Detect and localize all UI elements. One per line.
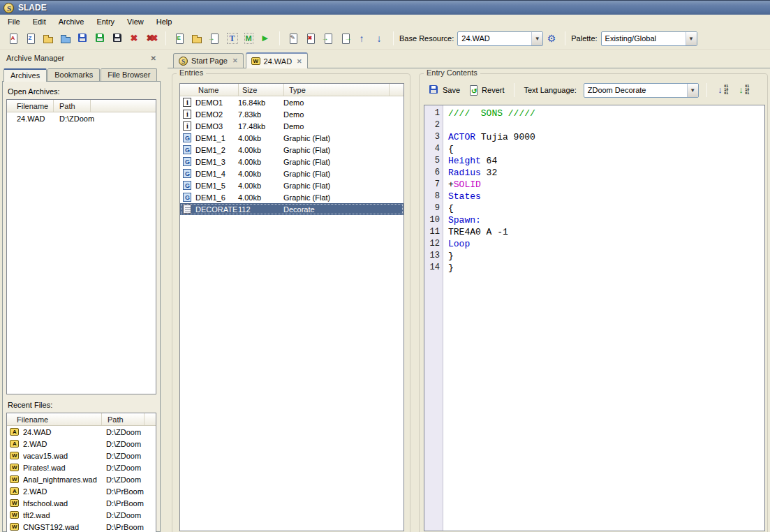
wad-file-icon: [10, 452, 19, 459]
rename-entry-button[interactable]: [285, 31, 301, 47]
column-header-path[interactable]: Path: [54, 100, 91, 112]
close-archive-button[interactable]: [127, 31, 143, 47]
recent-file-row[interactable]: Anal_nightmares.wadD:\ZDoom: [7, 473, 156, 485]
map-editor-button[interactable]: [241, 31, 257, 47]
new-archive-button[interactable]: [5, 31, 21, 47]
entry-row[interactable]: DEM1_24.00kbGraphic (Flat): [180, 144, 403, 156]
archive-filename: 24.WAD: [7, 114, 54, 123]
save-button[interactable]: Save: [427, 83, 462, 97]
import-files-button[interactable]: [206, 31, 222, 47]
open-archive-button[interactable]: [40, 31, 56, 47]
recent-file-row[interactable]: CNGST192.wadD:\PrBoom: [7, 521, 156, 532]
toolbar-separator: [514, 83, 514, 97]
archive-file-icon: [10, 440, 19, 448]
new-directory-button[interactable]: [188, 31, 205, 47]
recent-file-row[interactable]: 2.WADD:\ZDoom: [7, 438, 156, 450]
entry-row[interactable]: DECORATE112Decorate: [180, 203, 403, 215]
menu-file[interactable]: File: [1, 16, 27, 27]
entry-row[interactable]: DEM1_44.00kbGraphic (Flat): [180, 168, 403, 179]
close-tab-icon[interactable]: ✕: [297, 58, 302, 65]
open-archives-list-header: FilenamePath: [7, 100, 156, 112]
column-header-path[interactable]: Path: [102, 413, 145, 425]
column-header-name[interactable]: Name: [180, 84, 239, 96]
palette-value: Existing/Global: [602, 34, 686, 43]
open-directory-button[interactable]: [57, 31, 73, 47]
base-resource-dropdown[interactable]: 24.WAD ▼: [457, 31, 543, 46]
import-entry-button[interactable]: [320, 31, 336, 47]
recent-file-row[interactable]: tft2.wadD:\ZDoom: [7, 509, 156, 521]
base-resource-value: 24.WAD: [458, 34, 531, 43]
code-text: States: [443, 191, 481, 202]
move-down-button[interactable]: [372, 31, 388, 47]
move-up-button[interactable]: [355, 31, 371, 47]
entry-row[interactable]: DEMO317.48kbDemo: [180, 120, 403, 132]
entry-type: Graphic (Flat): [283, 170, 403, 178]
save-all-button[interactable]: [110, 31, 126, 47]
recent-file-row[interactable]: hfschool.wadD:\PrBoom: [7, 497, 156, 509]
tab-start-page[interactable]: Start Page✕: [173, 53, 244, 68]
toolbar-separator: [393, 31, 394, 45]
menu-archive[interactable]: Archive: [52, 16, 91, 27]
save-archive-as-button[interactable]: [92, 31, 108, 47]
run-archive-button[interactable]: [258, 31, 274, 47]
entry-contents-title: Entry Contents: [424, 68, 480, 77]
wad-file-icon: [10, 499, 19, 507]
base-resource-settings-button[interactable]: [544, 31, 560, 47]
entry-size: 4.00kb: [238, 134, 283, 142]
entry-row[interactable]: DEM1_14.00kbGraphic (Flat): [180, 132, 403, 144]
close-tab-icon[interactable]: ✕: [232, 57, 238, 64]
new-entry-button[interactable]: [171, 31, 187, 47]
binary-jump-green-button[interactable]: [736, 82, 753, 98]
palette-dropdown[interactable]: Existing/Global ▼: [601, 31, 697, 46]
recent-filename: 24.WAD: [23, 428, 106, 436]
code-text: [443, 119, 448, 131]
new-zip-archive-button[interactable]: [22, 31, 38, 47]
menu-help[interactable]: Help: [150, 16, 179, 27]
recent-path: D:\PrBoom: [106, 499, 144, 508]
close-panel-icon[interactable]: ✕: [151, 54, 156, 62]
code-text: {: [443, 143, 454, 155]
close-all-icon: [147, 33, 158, 44]
column-header-type[interactable]: Type: [284, 84, 390, 96]
tab-file-browser[interactable]: File Browser: [101, 68, 157, 81]
menu-bar: FileEditArchiveEntryViewHelp: [0, 15, 770, 28]
recent-file-row[interactable]: Pirates!.wadD:\ZDoom: [7, 461, 156, 473]
recent-file-row[interactable]: vacav15.wadD:\ZDoom: [7, 450, 156, 461]
texture-editor-button[interactable]: [223, 31, 239, 47]
recent-file-row[interactable]: 2.WADD:\PrBoom: [7, 485, 156, 497]
entry-row[interactable]: DEM1_54.00kbGraphic (Flat): [180, 179, 403, 191]
entry-row[interactable]: DEMO27.83kbDemo: [180, 108, 403, 120]
entry-row[interactable]: DEM1_64.00kbGraphic (Flat): [180, 191, 403, 203]
entry-name: DEM1_5: [195, 182, 238, 190]
close-all-button[interactable]: [145, 31, 161, 47]
delete-entry-button[interactable]: [302, 31, 318, 47]
menu-view[interactable]: View: [121, 16, 150, 27]
text-language-dropdown[interactable]: ZDoom Decorate ▼: [584, 83, 699, 98]
recent-path: D:\ZDoom: [106, 475, 141, 484]
column-header-filename[interactable]: Filename: [7, 100, 54, 112]
tab-bookmarks[interactable]: Bookmarks: [47, 68, 100, 81]
menu-entry[interactable]: Entry: [90, 16, 121, 27]
open-archive-row[interactable]: 24.WADD:\ZDoom: [7, 112, 156, 124]
recent-file-row[interactable]: 24.WADD:\ZDoom: [7, 426, 156, 438]
revert-button[interactable]: Revert: [466, 83, 506, 97]
work-area: Start Page✕24.WAD✕ Entries NameSizeType …: [168, 50, 770, 532]
entry-name: DEM1_2: [195, 146, 238, 154]
column-header-filename[interactable]: Filename: [7, 413, 102, 425]
column-header-size[interactable]: Size: [239, 84, 284, 96]
recent-path: D:\ZDoom: [106, 452, 141, 460]
code-editor[interactable]: 1//// SONS /////23ACTOR Tujia 90004{5Hei…: [424, 105, 765, 531]
app-icon[interactable]: [3, 3, 14, 13]
menu-edit[interactable]: Edit: [27, 16, 52, 27]
save-archive-button[interactable]: [75, 31, 91, 47]
entry-row[interactable]: DEM1_34.00kbGraphic (Flat): [180, 156, 403, 168]
code-lines: 1//// SONS /////23ACTOR Tujia 90004{5Hei…: [424, 105, 764, 274]
save-archive-icon: [77, 33, 89, 44]
gear-icon: [547, 33, 558, 44]
export-entry-button[interactable]: [337, 31, 353, 47]
document-content: Entries NameSizeType DEMO116.84kbDemoDEM…: [168, 68, 770, 532]
tab-24-wad[interactable]: 24.WAD✕: [246, 52, 308, 68]
entry-row[interactable]: DEMO116.84kbDemo: [180, 96, 403, 108]
binary-jump-blue-button[interactable]: [716, 82, 732, 98]
tab-archives[interactable]: Archives: [3, 68, 47, 82]
